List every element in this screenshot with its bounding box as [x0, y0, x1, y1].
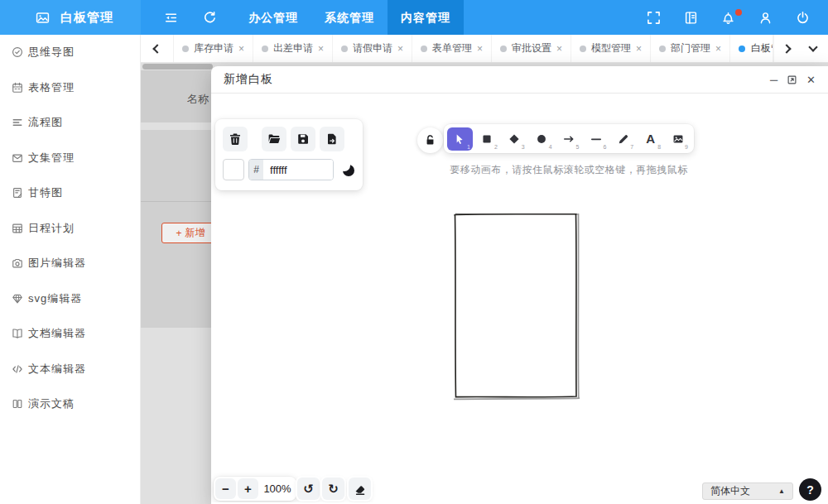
tool-shortcut-number: 8	[657, 144, 661, 150]
tabs-dropdown-button[interactable]	[798, 35, 828, 62]
power-icon[interactable]	[796, 11, 810, 25]
tab-model-management[interactable]: 模型管理×	[571, 35, 651, 62]
close-tab-icon[interactable]: ×	[715, 43, 721, 55]
tab-bar: 库存申请× 出差申请× 请假申请× 表单管理× 审批设置× 模型管理× 部门管理…	[141, 35, 828, 63]
zoom-in-button[interactable]: +	[238, 478, 258, 499]
cursor-icon	[454, 133, 465, 145]
nav-item-content[interactable]: 内容管理	[388, 0, 464, 35]
tab-travel-request[interactable]: 出差申请×	[253, 35, 333, 62]
arrow-right-icon	[563, 133, 575, 145]
sidebar-item-flowchart[interactable]: 流程图	[0, 105, 140, 141]
open-file-button[interactable]	[262, 127, 286, 151]
drawn-rectangle-shape[interactable]	[450, 208, 584, 405]
tab-department-management[interactable]: 部门管理×	[651, 35, 730, 62]
tab-leave-request[interactable]: 请假申请×	[333, 35, 412, 62]
sidebar-item-collections[interactable]: 文集管理	[0, 141, 140, 176]
refresh-icon[interactable]	[203, 11, 217, 25]
sidebar-item-schedule[interactable]: 日程计划	[0, 211, 140, 247]
doc-edit-icon	[12, 187, 23, 199]
shape-toolbar: 1 2 3 4 5 6 7 A8 9	[444, 124, 694, 153]
flow-lines-icon	[12, 117, 23, 128]
canvas-hint-text: 要移动画布，请按住鼠标滚轮或空格键，再拖拽鼠标	[444, 163, 694, 177]
tab-form-management[interactable]: 表单管理×	[412, 35, 492, 62]
nav-item-system[interactable]: 系统管理	[311, 0, 388, 35]
sidebar-item-text-editor[interactable]: 文本编辑器	[0, 352, 140, 387]
eraser-button[interactable]	[349, 478, 371, 500]
undo-icon: ↺	[303, 482, 314, 497]
tab-label: 库存申请	[194, 41, 233, 55]
close-tab-icon[interactable]: ×	[636, 43, 642, 55]
save-button[interactable]	[291, 127, 315, 151]
tool-text[interactable]: A8	[638, 127, 663, 151]
lock-tool-button[interactable]	[417, 127, 443, 153]
maximize-icon[interactable]	[787, 74, 797, 85]
undo-button[interactable]: ↺	[297, 478, 320, 500]
export-image-button[interactable]	[320, 127, 344, 151]
dark-mode-toggle[interactable]	[341, 163, 355, 177]
minimize-icon[interactable]: ─	[770, 74, 777, 85]
tool-arrow[interactable]: 5	[556, 127, 582, 151]
tool-diamond[interactable]: 3	[502, 127, 527, 151]
close-tab-icon[interactable]: ×	[238, 43, 244, 55]
dropdown-up-icon: ▲	[778, 487, 785, 495]
help-button[interactable]: ?	[799, 478, 821, 501]
hex-prefix: #	[249, 159, 263, 180]
tool-selection[interactable]: 1	[447, 127, 473, 151]
close-tab-icon[interactable]: ×	[556, 43, 562, 55]
chevron-down-icon	[808, 42, 817, 51]
tabs-scroll-right-button[interactable]	[773, 35, 798, 62]
tabs-scroll-left-button[interactable]	[141, 35, 174, 62]
tab-dot	[500, 46, 507, 52]
whiteboard-canvas-area[interactable]: # 1 2 3 4 5 6 7 A8 9 要移动画布，请按住鼠标滚轮或空格键，再…	[211, 94, 828, 502]
menu-fold-icon[interactable]	[164, 11, 178, 25]
sidebar-item-label: 文本编辑器	[28, 362, 86, 377]
tab-whiteboard-management-active[interactable]: 白板管理	[730, 35, 773, 62]
language-select[interactable]: 简体中文 ▲	[702, 482, 793, 500]
tool-ellipse[interactable]: 4	[529, 127, 555, 151]
tool-shortcut-number: 6	[603, 144, 606, 150]
tool-rectangle[interactable]: 2	[474, 127, 500, 151]
user-icon[interactable]	[758, 11, 773, 25]
close-tab-icon[interactable]: ×	[397, 43, 403, 55]
text-tool-icon: A	[646, 132, 655, 146]
clear-canvas-button[interactable]	[223, 127, 248, 151]
close-tab-icon[interactable]: ×	[477, 43, 483, 55]
sidebar-item-doc-editor[interactable]: 文档编辑器	[0, 316, 140, 352]
notifications-bell[interactable]	[721, 11, 735, 25]
guide-icon[interactable]	[684, 11, 698, 25]
image-icon	[672, 133, 684, 145]
square-icon	[481, 133, 493, 145]
fullscreen-icon[interactable]	[647, 11, 661, 25]
sidebar-item-presentation[interactable]: 演示文稿	[0, 386, 140, 422]
hex-color-input[interactable]	[263, 160, 333, 180]
tab-inventory-request[interactable]: 库存申请×	[174, 35, 253, 62]
sidebar-item-image-editor[interactable]: 图片编辑器	[0, 246, 140, 281]
sidebar-item-tables[interactable]: 表格管理	[0, 70, 140, 106]
tab-label: 白板管理	[751, 41, 773, 55]
zoom-out-button[interactable]: −	[215, 478, 236, 499]
tab-dot	[580, 46, 586, 52]
close-icon[interactable]: ✕	[806, 74, 816, 85]
app-title: 白板管理	[60, 10, 113, 26]
tab-approval-settings[interactable]: 审批设置×	[492, 35, 571, 62]
zoom-level[interactable]: 100%	[260, 482, 295, 495]
tool-shortcut-number: 3	[522, 144, 525, 150]
tool-shortcut-number: 5	[576, 144, 580, 150]
close-tab-icon[interactable]: ×	[318, 43, 324, 55]
tab-dot	[659, 46, 666, 52]
sidebar-item-svg-editor[interactable]: svg编辑器	[0, 281, 140, 317]
tool-draw[interactable]: 7	[610, 127, 636, 151]
redo-button[interactable]: ↻	[322, 478, 344, 500]
sidebar-item-gantt[interactable]: 甘特图	[0, 175, 140, 211]
whiteboard-logo-icon	[36, 11, 50, 25]
nav-item-office[interactable]: 办公管理	[235, 0, 311, 35]
background-color-swatch[interactable]	[223, 159, 244, 180]
mail-icon	[12, 152, 23, 164]
window-controls: ─ ✕	[770, 74, 816, 85]
check-circle-icon	[12, 46, 23, 58]
sidebar-item-mindmap[interactable]: 思维导图	[0, 35, 140, 70]
tab-label: 审批设置	[512, 41, 551, 55]
tool-line[interactable]: 6	[583, 127, 609, 151]
sidebar-item-label: svg编辑器	[28, 291, 82, 306]
tool-image[interactable]: 9	[665, 127, 691, 151]
